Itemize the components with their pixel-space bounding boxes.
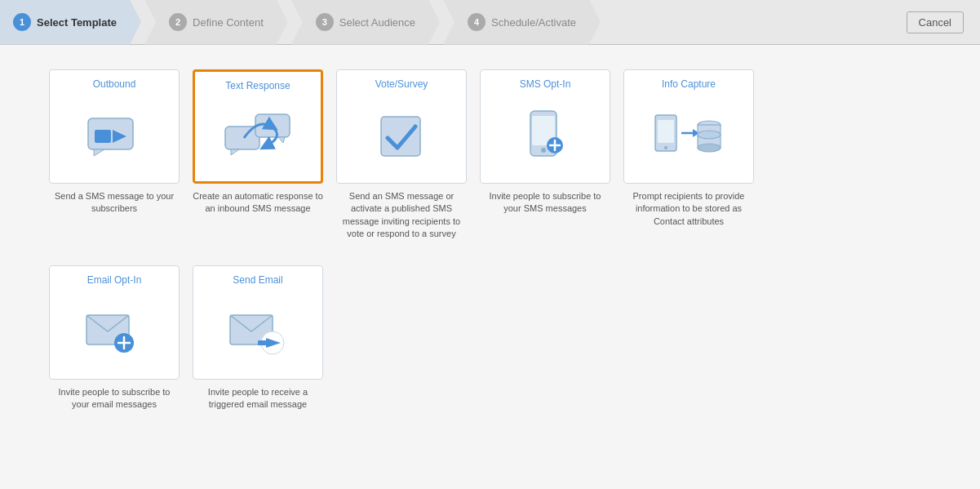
svg-rect-16 — [658, 120, 674, 143]
sms-optin-description: Invite people to subscribe to your SMS m… — [480, 190, 610, 216]
sms-optin-icon — [521, 108, 570, 165]
cancel-button[interactable]: Cancel — [907, 11, 964, 33]
svg-point-22 — [698, 144, 721, 152]
text-response-description: Create an automatic response to an inbou… — [193, 190, 323, 216]
outbound-icon — [82, 112, 147, 161]
template-vote-survey-box[interactable]: Vote/Survey — [336, 69, 467, 184]
svg-point-11 — [541, 148, 546, 153]
vote-survey-description: Send an SMS message or activate a publis… — [336, 190, 467, 241]
step-3-number: 3 — [316, 13, 334, 31]
step-3[interactable]: 3 Select Audience — [291, 0, 440, 45]
outbound-title: Outbound — [93, 78, 136, 90]
step-3-label: Select Audience — [339, 16, 415, 29]
step-4[interactable]: 4 Schedule/Activate — [443, 0, 601, 45]
info-capture-icon — [652, 110, 725, 163]
info-capture-icon-area — [652, 96, 725, 176]
template-info-capture-box[interactable]: Info Capture — [623, 69, 754, 184]
text-response-icon-area — [221, 98, 295, 175]
info-capture-title: Info Capture — [662, 78, 716, 90]
send-email-description: Invite people to receive a triggered ema… — [193, 386, 323, 411]
template-text-response[interactable]: Text Response — [193, 69, 323, 241]
template-vote-survey[interactable]: Vote/Survey Send an SMS message or activ… — [336, 69, 467, 241]
template-row-1: Outbound Send a SMS message to your subs… — [49, 69, 931, 241]
svg-point-17 — [664, 146, 667, 149]
sms-optin-icon-area — [521, 96, 570, 176]
template-email-optin[interactable]: Email Opt-In Invite people to subscribe … — [49, 265, 180, 411]
svg-marker-7 — [278, 137, 285, 143]
wizard-header: 1 Select Template 2 Define Content 3 Sel… — [0, 0, 980, 45]
sms-optin-title: SMS Opt-In — [520, 78, 571, 90]
step-2[interactable]: 2 Define Content — [144, 0, 288, 45]
email-optin-icon-area — [82, 292, 147, 372]
step-2-label: Define Content — [193, 16, 264, 29]
outbound-description: Send a SMS message to your subscribers — [49, 190, 180, 216]
svg-rect-4 — [225, 127, 259, 149]
step-1-label: Select Template — [37, 16, 117, 29]
email-optin-icon — [82, 305, 147, 358]
template-row-2: Email Opt-In Invite people to subscribe … — [49, 265, 931, 411]
text-response-title: Text Response — [225, 80, 290, 91]
outbound-icon-area — [82, 96, 147, 176]
template-info-capture[interactable]: Info Capture — [623, 69, 754, 241]
step-1-number: 1 — [13, 13, 31, 31]
wizard-steps: 1 Select Template 2 Define Content 3 Sel… — [0, 0, 907, 45]
svg-point-23 — [698, 131, 721, 139]
text-response-icon — [221, 110, 295, 163]
svg-marker-5 — [231, 149, 239, 155]
email-optin-description: Invite people to subscribe to your email… — [49, 386, 180, 411]
vote-survey-title: Vote/Survey — [375, 78, 428, 90]
email-optin-title: Email Opt-In — [87, 274, 142, 286]
template-send-email[interactable]: Send Email Invite people to receive a tr… — [193, 265, 323, 411]
template-text-response-box[interactable]: Text Response — [193, 69, 323, 184]
template-outbound[interactable]: Outbound Send a SMS message to your subs… — [49, 69, 180, 241]
template-sms-optin[interactable]: SMS Opt-In Invite people to subs — [480, 69, 610, 241]
step-4-label: Schedule/Activate — [491, 16, 576, 29]
info-capture-description: Prompt recipients to provide information… — [623, 190, 754, 228]
vote-survey-icon-area — [373, 96, 430, 176]
step-2-number: 2 — [169, 13, 187, 31]
send-email-title: Send Email — [233, 274, 282, 286]
svg-rect-3 — [95, 130, 111, 143]
send-email-icon — [225, 305, 290, 358]
template-email-optin-box[interactable]: Email Opt-In — [49, 265, 180, 380]
step-4-number: 4 — [468, 13, 486, 31]
vote-survey-icon — [373, 110, 430, 163]
svg-marker-1 — [94, 149, 104, 156]
step-1[interactable]: 1 Select Template — [0, 0, 141, 45]
svg-rect-31 — [258, 340, 269, 345]
send-email-icon-area — [225, 292, 290, 372]
template-send-email-box[interactable]: Send Email — [193, 265, 323, 380]
template-outbound-box[interactable]: Outbound — [49, 69, 180, 184]
main-content: Outbound Send a SMS message to your subs… — [0, 45, 980, 489]
template-sms-optin-box[interactable]: SMS Opt-In — [480, 69, 610, 184]
